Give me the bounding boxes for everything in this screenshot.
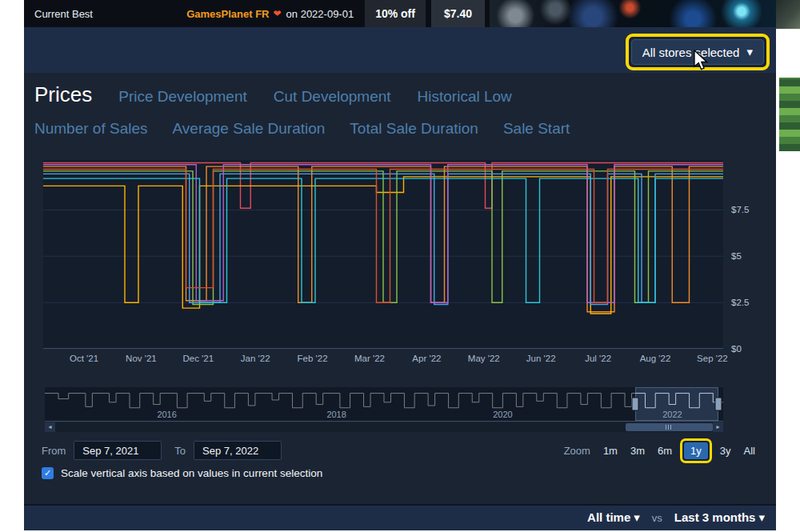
- x-tick-label: May '22: [468, 354, 500, 363]
- range-navigator[interactable]: 2016201820202022: [45, 387, 723, 422]
- top-bar: Current Best GamesPlanet FR ❤ on 2022-09…: [24, 0, 776, 27]
- footer-bar: All time▾ vs Last 3 months▾: [24, 506, 776, 530]
- tab-total-sale-duration[interactable]: Total Sale Duration: [350, 120, 478, 138]
- last3months-select[interactable]: Last 3 months▾: [674, 510, 765, 525]
- tabs-row-1: Prices Price DevelopmentCut DevelopmentH…: [34, 82, 512, 107]
- y-tick-label: $5: [731, 251, 742, 261]
- price-chart[interactable]: [43, 160, 723, 349]
- range-controls-row: From To Zoom 1m3m6m1y3yAll: [24, 440, 776, 461]
- x-tick-label: Dec '21: [182, 354, 214, 363]
- discount-badge: 10% off: [365, 0, 426, 27]
- from-date-input[interactable]: [74, 441, 162, 460]
- scrollbar-track[interactable]: [55, 422, 713, 432]
- last3months-select-label: Last 3 months: [674, 510, 756, 524]
- alltime-select-label: All time: [587, 510, 630, 524]
- tab-prices[interactable]: Prices: [34, 82, 92, 107]
- to-date-input[interactable]: [194, 441, 282, 460]
- y-tick-label: $0: [731, 344, 742, 354]
- background-window-fragment-side: [779, 78, 800, 151]
- header-bar: All stores selected ▾: [24, 27, 776, 73]
- x-tick-label: Mar '22: [354, 354, 385, 363]
- x-tick-label: Nov '21: [126, 354, 157, 363]
- tab-average-sale-duration[interactable]: Average Sale Duration: [173, 120, 326, 138]
- zoom-3y[interactable]: 3y: [714, 442, 738, 459]
- tab-price-development[interactable]: Price Development: [118, 88, 247, 106]
- x-axis-labels: Oct '21Nov '21Dec '21Jan '22Feb '22Mar '…: [43, 354, 723, 366]
- x-tick-label: Apr '22: [412, 354, 441, 363]
- scrollbar-left-button[interactable]: ◂: [45, 422, 55, 432]
- navigator-handle-right[interactable]: [715, 398, 722, 411]
- scale-axis-option[interactable]: ✓ Scale vertical axis based on values in…: [42, 467, 322, 479]
- alltime-select[interactable]: All time▾: [587, 510, 640, 525]
- zoom-6m[interactable]: 6m: [651, 442, 678, 459]
- tab-sale-start[interactable]: Sale Start: [503, 120, 570, 138]
- sale-date-text: on 2022-09-01: [286, 8, 354, 20]
- scrollbar-right-button[interactable]: ▸: [713, 422, 723, 432]
- scrollbar-thumb[interactable]: [626, 423, 713, 431]
- zoom-1y[interactable]: 1y: [684, 442, 708, 459]
- zoom-buttons: 1m3m6m1y3yAll: [597, 438, 762, 463]
- x-tick-label: Jun '22: [526, 354, 556, 363]
- x-tick-label: Feb '22: [298, 354, 328, 363]
- tab-historical-low[interactable]: Historical Low: [418, 88, 512, 106]
- x-tick-label: Jul '22: [585, 354, 611, 363]
- navigator-year-label: 2018: [326, 410, 346, 419]
- x-tick-label: Sep '22: [697, 354, 728, 363]
- navigator-year-label: 2020: [493, 410, 512, 419]
- from-label: From: [42, 445, 66, 457]
- store-name-link[interactable]: GamesPlanet FR: [186, 8, 269, 20]
- mouse-cursor-icon: [693, 50, 710, 71]
- vs-label: vs: [652, 510, 662, 524]
- scale-axis-label: Scale vertical axis based on values in c…: [61, 467, 322, 479]
- price-badge: $7.40: [431, 0, 485, 27]
- app-panel: Current Best GamesPlanet FR ❤ on 2022-09…: [24, 0, 776, 530]
- navigator-handle-left[interactable]: [631, 398, 638, 411]
- y-tick-label: $7.5: [731, 205, 749, 214]
- tutorial-highlight-zoom: 1y: [680, 438, 712, 463]
- stores-dropdown-label: All stores selected: [642, 46, 740, 59]
- favorite-heart-icon: ❤: [274, 8, 282, 19]
- zoom-label: Zoom: [564, 445, 590, 457]
- chart-scrollbar: ◂ ▸: [45, 422, 723, 432]
- price-chart-svg: [43, 160, 723, 349]
- x-tick-label: Jan '22: [241, 354, 270, 363]
- tab-cut-development[interactable]: Cut Development: [274, 88, 391, 106]
- current-best-label: Current Best: [24, 8, 102, 20]
- chevron-down-icon: ▾: [758, 510, 765, 525]
- x-tick-label: Oct '21: [70, 354, 98, 363]
- to-label: To: [174, 445, 186, 457]
- main-content: Prices Price DevelopmentCut DevelopmentH…: [24, 73, 776, 504]
- tabs-row-2: Number of SalesAverage Sale DurationTota…: [34, 120, 570, 138]
- x-tick-label: Aug '22: [640, 354, 671, 363]
- background-window-fragment-top: [776, 0, 800, 29]
- navigator-year-label: 2016: [157, 410, 176, 419]
- y-axis-labels: $7.5$5$2.5$0: [728, 160, 773, 349]
- tab-number-of-sales[interactable]: Number of Sales: [34, 120, 148, 138]
- zoom-3m[interactable]: 3m: [624, 442, 651, 459]
- chevron-down-icon: ▾: [634, 510, 640, 525]
- y-tick-label: $2.5: [731, 298, 749, 307]
- game-banner-image: [490, 0, 776, 27]
- zoom-all[interactable]: All: [738, 442, 762, 459]
- chevron-down-icon: ▾: [746, 45, 753, 59]
- scale-axis-checkbox[interactable]: ✓: [42, 467, 54, 479]
- zoom-1m[interactable]: 1m: [597, 442, 624, 459]
- navigator-year-label: 2022: [662, 410, 682, 419]
